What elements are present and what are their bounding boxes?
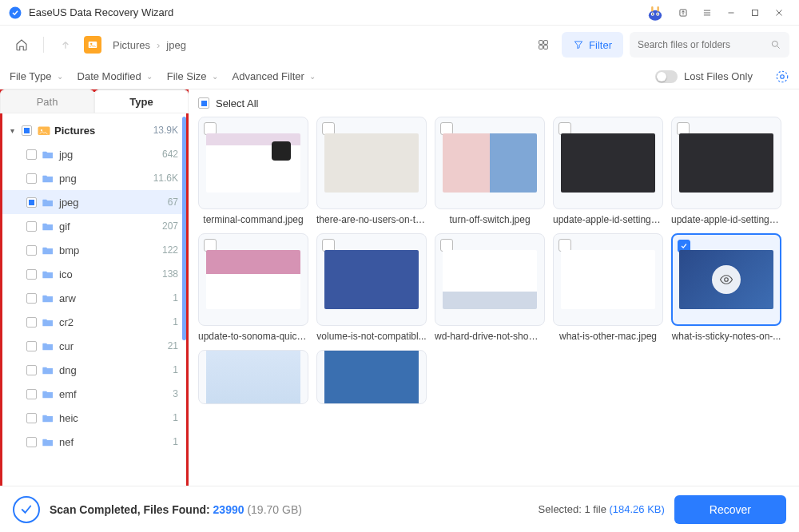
mascot-icon[interactable]: [644, 2, 666, 24]
thumbnail[interactable]: [553, 233, 663, 326]
thumbnail[interactable]: [435, 117, 545, 209]
recover-button[interactable]: Recover: [674, 495, 786, 524]
thumbnail[interactable]: [553, 117, 663, 209]
thumbnail[interactable]: [198, 117, 308, 209]
checkbox[interactable]: [26, 221, 37, 232]
file-card[interactable]: update-apple-id-settings...: [671, 117, 781, 225]
tab-path[interactable]: Path: [0, 89, 94, 113]
checkbox[interactable]: [26, 149, 37, 160]
menu-icon[interactable]: [695, 2, 719, 24]
thumbnail-image: [443, 133, 537, 193]
svg-rect-14: [539, 46, 543, 50]
share-icon[interactable]: [671, 2, 695, 24]
folder-icon: [42, 149, 54, 160]
tree-item-gif[interactable]: gif207: [2, 214, 186, 238]
home-button[interactable]: [10, 33, 34, 57]
checkbox[interactable]: [26, 389, 37, 399]
tree-item-arw[interactable]: arw1: [2, 286, 186, 310]
file-card[interactable]: [198, 350, 308, 404]
sidebar-tabs: Path Type: [0, 89, 189, 113]
file-card[interactable]: turn-off-switch.jpeg: [435, 117, 545, 225]
tree-item-nef[interactable]: nef1: [2, 430, 186, 454]
thumbnail[interactable]: [435, 233, 545, 326]
tree-item-cr2[interactable]: cr21: [2, 310, 186, 334]
search-box[interactable]: [630, 32, 789, 58]
svg-point-4: [652, 13, 654, 14]
checkbox[interactable]: [26, 245, 37, 256]
thumbnail[interactable]: [316, 233, 427, 326]
select-all-row[interactable]: Select All: [198, 89, 799, 117]
svg-point-0: [10, 6, 22, 18]
toggle-switch[interactable]: [655, 70, 678, 83]
thumbnail[interactable]: [198, 350, 308, 404]
file-name: terminal-command.jpeg: [198, 214, 308, 225]
file-card[interactable]: update-to-sonoma-quick...: [198, 233, 308, 342]
thumbnail-image: [561, 250, 655, 309]
thumbnail[interactable]: [671, 233, 781, 326]
tree-item-bmp[interactable]: bmp122: [2, 238, 186, 262]
filter-file-size[interactable]: File Size⌄: [167, 70, 218, 82]
toolbar: Pictures › jpeg Filter: [0, 26, 799, 64]
file-card[interactable]: volume-is-not-compatibl...: [316, 233, 427, 342]
file-name: what-is-sticky-notes-on-...: [671, 331, 781, 342]
file-card[interactable]: there-are-no-users-on-th...: [316, 117, 427, 225]
file-card[interactable]: [316, 350, 427, 404]
thumbnail[interactable]: [316, 350, 427, 404]
svg-point-18: [781, 74, 785, 78]
file-card[interactable]: wd-hard-drive-not-showi...: [435, 233, 545, 342]
minimize-button[interactable]: [719, 2, 743, 24]
tree-item-heic[interactable]: heic1: [2, 406, 186, 430]
checkbox[interactable]: [26, 413, 37, 423]
preview-eye-icon[interactable]: [712, 265, 741, 294]
grid-view-button[interactable]: [531, 33, 555, 57]
tree-item-cur[interactable]: cur21: [2, 334, 186, 358]
folder-icon: [42, 268, 54, 280]
tree-item-png[interactable]: png11.6K: [2, 166, 186, 190]
checkbox[interactable]: [26, 269, 37, 280]
scan-status: Scan Completed, Files Found: 23990 (19.7…: [50, 503, 302, 516]
thumbnail-image: [324, 350, 419, 404]
svg-point-11: [90, 43, 92, 45]
lost-files-only-toggle[interactable]: Lost Files Only: [655, 70, 753, 83]
filter-date-modified[interactable]: Date Modified⌄: [78, 70, 153, 82]
search-input[interactable]: [638, 39, 765, 50]
thumbnail[interactable]: [316, 117, 427, 209]
filter-file-type[interactable]: File Type⌄: [10, 70, 63, 82]
checkbox[interactable]: [26, 293, 37, 304]
checkbox[interactable]: [26, 365, 37, 375]
file-card[interactable]: terminal-command.jpeg: [198, 117, 308, 225]
file-name: update-apple-id-settings...: [553, 214, 663, 225]
checkbox[interactable]: [26, 197, 37, 208]
scan-eye-icon[interactable]: [775, 69, 789, 84]
file-card[interactable]: update-apple-id-settings...: [553, 117, 663, 225]
maximize-button[interactable]: [743, 2, 767, 24]
sidebar-scrollbar[interactable]: [182, 113, 186, 486]
checkbox[interactable]: [22, 125, 32, 136]
tree-item-ico[interactable]: ico138: [2, 262, 186, 286]
tab-type[interactable]: Type: [94, 89, 189, 113]
tree-item-dng[interactable]: dng1: [2, 358, 186, 382]
svg-point-20: [41, 129, 42, 131]
thumbnail-image: [206, 250, 300, 309]
tree-item-jpg[interactable]: jpg642: [2, 142, 186, 166]
select-all-checkbox[interactable]: [198, 97, 209, 109]
file-card[interactable]: what-is-other-mac.jpeg: [553, 233, 663, 342]
tree-root-pictures[interactable]: ▾ Pictures 13.9K: [2, 118, 186, 142]
footer: Scan Completed, Files Found: 23990 (19.7…: [0, 486, 799, 532]
folder-icon: [42, 316, 54, 328]
tree-item-emf[interactable]: emf3: [2, 382, 186, 406]
svg-rect-12: [539, 41, 543, 45]
checkbox[interactable]: [26, 173, 37, 184]
thumbnail[interactable]: [198, 233, 308, 326]
thumbnail[interactable]: [671, 117, 781, 209]
checkbox[interactable]: [26, 437, 37, 447]
close-button[interactable]: [767, 2, 791, 24]
tree-item-jpeg[interactable]: jpeg67: [2, 190, 186, 214]
file-card[interactable]: what-is-sticky-notes-on-...: [671, 233, 781, 342]
checkbox[interactable]: [26, 317, 37, 328]
up-button[interactable]: [54, 33, 78, 57]
breadcrumb-root[interactable]: Pictures: [113, 39, 150, 51]
filter-button[interactable]: Filter: [562, 32, 623, 58]
filter-advanced[interactable]: Advanced Filter⌄: [233, 70, 316, 82]
checkbox[interactable]: [26, 341, 37, 351]
